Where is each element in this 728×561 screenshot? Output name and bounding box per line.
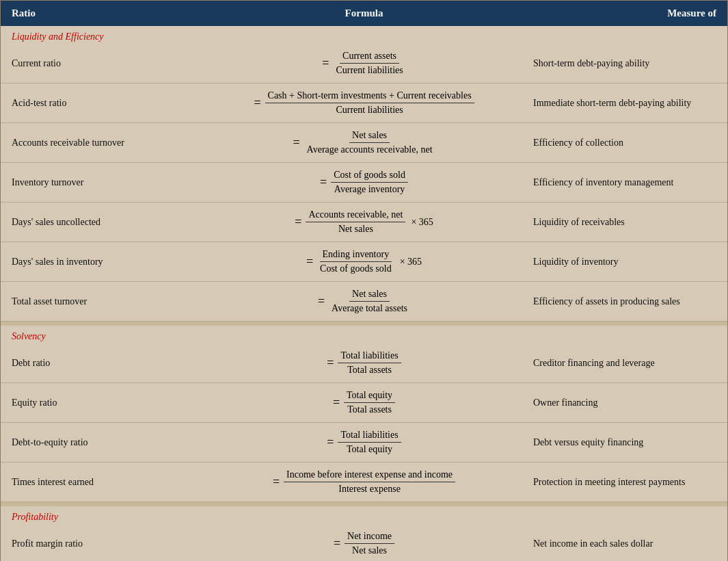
equals-sign: =: [306, 255, 313, 269]
measure-cell: Liquidity of inventory: [525, 257, 716, 268]
measure-cell: Liquidity of receivables: [525, 217, 716, 228]
numerator: Accounts receivable, net: [306, 209, 405, 222]
ratio-name: Total asset turnover: [12, 296, 203, 307]
table-header: Ratio Formula Measure of: [1, 1, 727, 26]
numerator: Ending inventory: [320, 249, 392, 262]
denominator: Total assets: [345, 363, 394, 376]
denominator: Average accounts receivable, net: [304, 143, 435, 155]
fraction: Cost of goods sold Average inventory: [331, 170, 408, 195]
numerator: Total liabilities: [338, 350, 401, 363]
measure-cell: Protection in meeting interest payments: [525, 477, 716, 488]
fraction: Cash + Short-term investments + Current …: [265, 90, 474, 116]
row-inventory-turnover: Inventory turnover = Cost of goods sold …: [1, 163, 727, 203]
numerator: Cash + Short-term investments + Current …: [265, 90, 474, 103]
equals-sign: =: [327, 356, 334, 370]
denominator: Total assets: [345, 403, 394, 415]
header-formula: Formula: [203, 8, 525, 19]
row-profit-margin: Profit margin ratio = Net income Net sal…: [1, 524, 727, 561]
equals-sign: =: [293, 135, 299, 150]
ratio-name: Current ratio: [12, 58, 203, 69]
denominator: Interest expense: [336, 482, 403, 495]
ratio-name: Accounts receivable turnover: [12, 138, 203, 148]
section-solvency: Solvency: [1, 326, 727, 343]
equals-sign: =: [295, 215, 301, 229]
fraction: Total liabilities Total assets: [338, 350, 401, 376]
formula-cell: = Cost of goods sold Average inventory: [203, 167, 525, 198]
ratio-name: Days' sales uncollected: [12, 217, 203, 228]
measure-cell: Debt versus equity financing: [525, 437, 716, 448]
multiplier: × 365: [400, 257, 422, 268]
denominator: Current liabilities: [333, 103, 405, 116]
ratio-name: Debt-to-equity ratio: [12, 437, 203, 448]
fraction: Current assets Current liabilities: [333, 51, 405, 76]
ratio-name: Inventory turnover: [12, 177, 203, 188]
numerator: Total equity: [344, 390, 395, 403]
row-debt-equity-ratio: Debt-to-equity ratio = Total liabilities…: [1, 423, 727, 462]
ratio-name: Acid-test ratio: [12, 98, 203, 109]
multiplier: × 365: [411, 217, 433, 228]
ratio-name: Debt ratio: [12, 358, 203, 369]
formula-cell: = Income before interest expense and inc…: [203, 467, 525, 497]
measure-cell: Efficiency of inventory management: [525, 177, 716, 188]
ratio-name: Equity ratio: [12, 397, 203, 408]
row-acid-test: Acid-test ratio = Cash + Short-term inve…: [1, 83, 727, 123]
ratio-name: Profit margin ratio: [12, 538, 203, 549]
ratio-name: Days' sales in inventory: [12, 257, 203, 268]
denominator: Net sales: [349, 544, 390, 556]
denominator: Total equity: [344, 443, 395, 455]
fraction: Net sales Average accounts receivable, n…: [304, 130, 435, 155]
equals-sign: =: [322, 56, 329, 70]
fraction: Net income Net sales: [345, 531, 394, 556]
fraction: Net sales Average total assets: [329, 289, 410, 314]
formula-cell: = Accounts receivable, net Net sales × 3…: [203, 207, 525, 237]
row-total-asset-turnover: Total asset turnover = Net sales Average…: [1, 282, 727, 322]
financial-ratios-table: Ratio Formula Measure of Liquidity and E…: [0, 0, 728, 561]
denominator: Average inventory: [332, 183, 408, 195]
row-times-interest: Times interest earned = Income before in…: [1, 462, 727, 502]
equals-sign: =: [318, 294, 325, 309]
equals-sign: =: [320, 175, 327, 190]
numerator: Net sales: [349, 130, 390, 143]
formula-cell: = Net sales Average total assets: [203, 286, 525, 317]
row-debt-ratio: Debt ratio = Total liabilities Total ass…: [1, 343, 727, 383]
formula-cell: = Total liabilities Total assets: [203, 348, 525, 378]
row-days-sales-uncollected: Days' sales uncollected = Accounts recei…: [1, 203, 727, 242]
numerator: Current assets: [340, 51, 399, 64]
formula-cell: = Total equity Total assets: [203, 387, 525, 418]
numerator: Net income: [345, 531, 394, 544]
fraction: Total equity Total assets: [344, 390, 395, 415]
header-ratio: Ratio: [12, 8, 203, 19]
formula-cell: = Net sales Average accounts receivable,…: [203, 127, 525, 158]
denominator: Current liabilities: [333, 64, 405, 76]
row-days-sales-inventory: Days' sales in inventory = Ending invent…: [1, 242, 727, 282]
table-body: Liquidity and Efficiency Current ratio =…: [1, 26, 727, 561]
equals-sign: =: [334, 536, 340, 551]
measure-cell: Short-term debt-paying ability: [525, 58, 716, 69]
equals-sign: =: [333, 395, 340, 410]
fraction: Total liabilities Total equity: [338, 430, 401, 455]
row-ar-turnover: Accounts receivable turnover = Net sales…: [1, 123, 727, 163]
numerator: Net sales: [349, 289, 390, 302]
formula-cell: = Current assets Current liabilities: [203, 48, 525, 79]
measure-cell: Efficiency of assets in producing sales: [525, 296, 716, 307]
measure-cell: Net income in each sales dollar: [525, 538, 716, 549]
measure-cell: Efficiency of collection: [525, 138, 716, 148]
denominator: Cost of goods sold: [317, 262, 394, 274]
measure-cell: Immediate short-term debt-paying ability: [525, 98, 716, 109]
measure-cell: Creditor financing and leverage: [525, 358, 716, 369]
ratio-name: Times interest earned: [12, 477, 203, 488]
formula-cell: = Total liabilities Total equity: [203, 427, 525, 458]
fraction: Accounts receivable, net Net sales: [306, 209, 405, 235]
header-measure: Measure of: [525, 8, 716, 19]
measure-cell: Owner financing: [525, 397, 716, 408]
numerator: Cost of goods sold: [331, 170, 408, 183]
numerator: Total liabilities: [338, 430, 401, 443]
formula-cell: = Ending inventory Cost of goods sold × …: [203, 246, 525, 277]
denominator: Net sales: [336, 222, 376, 235]
equals-sign: =: [254, 96, 260, 110]
fraction: Ending inventory Cost of goods sold: [317, 249, 394, 274]
section-profitability: Profitability: [1, 506, 727, 524]
equals-sign: =: [273, 475, 280, 489]
section-liquidity: Liquidity and Efficiency: [1, 26, 727, 44]
row-equity-ratio: Equity ratio = Total equity Total assets…: [1, 383, 727, 423]
